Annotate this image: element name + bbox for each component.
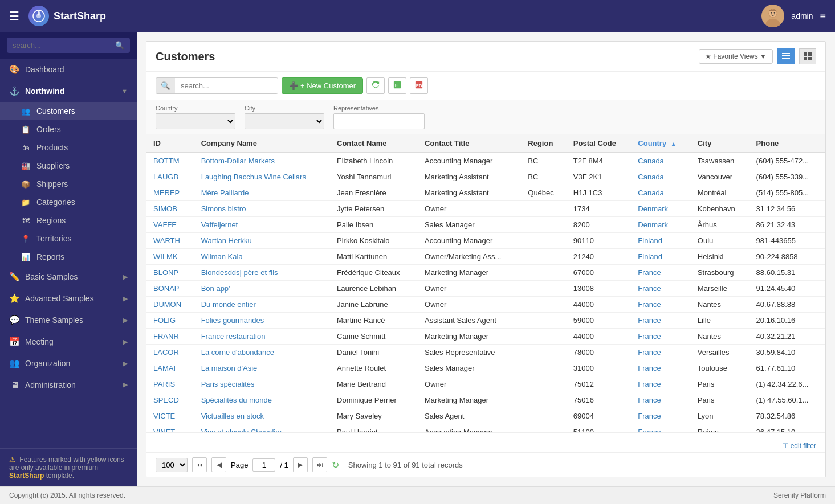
refresh-button[interactable] [366, 77, 385, 94]
col-header-phone[interactable]: Phone [750, 134, 825, 153]
customer-id-link[interactable]: FOLIG [153, 316, 176, 325]
export-pdf-button[interactable]: PDF [410, 77, 428, 94]
search-input[interactable] [175, 78, 278, 93]
company-link[interactable]: Vins et alcools Chevalier [201, 428, 282, 432]
customer-id-link[interactable]: BOTTM [153, 157, 180, 165]
hamburger-menu-icon[interactable]: ☰ [9, 9, 19, 23]
sidebar-item-northwind[interactable]: ⚓ Northwind ▼ [0, 80, 137, 102]
filter-icon: ⊤ [783, 442, 788, 450]
next-page-button[interactable]: ▶ [293, 457, 308, 472]
customer-id-link[interactable]: BLONP [153, 268, 178, 277]
company-link[interactable]: Spécialités du monde [201, 396, 272, 404]
customer-id-link[interactable]: LACOR [153, 348, 179, 357]
cell-title: Marketing Manager [418, 265, 521, 281]
prev-page-button[interactable]: ◀ [211, 457, 226, 472]
company-link[interactable]: Victuailles en stock [201, 412, 264, 420]
page-number-input[interactable] [252, 458, 275, 472]
cell-title: Accounting Manager [418, 153, 521, 169]
sidebar-item-advanced-samples[interactable]: ⭐ Advanced Samples ▶ [0, 288, 137, 309]
customer-id-link[interactable]: WILMK [153, 252, 178, 261]
company-link[interactable]: France restauration [201, 332, 266, 341]
sidebar-item-organization[interactable]: 👥 Organization ▶ [0, 353, 137, 374]
company-link[interactable]: La corne d'abondance [201, 348, 274, 357]
last-page-button[interactable]: ⏭ [312, 457, 327, 472]
data-table-wrapper[interactable]: ID Company Name Contact Name Contact Tit… [146, 134, 825, 432]
cell-city: Vancouver [691, 169, 750, 185]
customer-id-link[interactable]: MEREP [153, 189, 180, 197]
svg-rect-11 [782, 60, 790, 60]
customer-id-link[interactable]: LAMAI [153, 364, 176, 372]
export-excel-button[interactable]: E [388, 77, 406, 94]
sidebar-item-administration[interactable]: 🖥 Administration ▶ [0, 374, 137, 395]
company-link[interactable]: Bottom-Dollar Markets [201, 157, 275, 165]
sidebar-item-products[interactable]: 🛍 Products [0, 138, 137, 157]
page-size-select[interactable]: 100 50 25 [156, 458, 188, 472]
sidebar-item-dashboard[interactable]: 🎨 Dashboard [0, 59, 137, 80]
city-filter-select[interactable] [245, 113, 324, 129]
favorite-views-button[interactable]: ★ Favorite Views ▼ [699, 49, 773, 64]
horizontal-scrollbar[interactable] [146, 432, 825, 439]
company-link[interactable]: Folies gourmandes [201, 316, 264, 325]
company-link[interactable]: Simons bistro [201, 204, 246, 213]
refresh-records-icon[interactable]: ↻ [332, 460, 339, 470]
sidebar-item-meeting[interactable]: 📅 Meeting ▶ [0, 331, 137, 353]
edit-filter-button[interactable]: ⊤ edit filter [783, 442, 816, 450]
col-header-contact[interactable]: Contact Name [330, 134, 418, 153]
settings-icon[interactable]: ≡ [820, 10, 826, 22]
new-customer-button[interactable]: ➕ + New Customer [282, 77, 363, 94]
sidebar-item-customers[interactable]: 👥 Customers [0, 102, 137, 120]
representatives-filter-input[interactable] [333, 113, 425, 129]
cell-country: France [631, 329, 691, 345]
sidebar-item-shippers[interactable]: 📦 Shippers [0, 175, 137, 193]
sidebar-item-regions[interactable]: 🗺 Regions [0, 211, 137, 230]
customer-id-link[interactable]: VICTE [153, 412, 175, 420]
company-link[interactable]: Wartian Herkku [201, 236, 252, 245]
company-link[interactable]: Vaffeljernet [201, 220, 238, 229]
sidebar-item-reports[interactable]: 📊 Reports [0, 248, 137, 266]
customer-id-link[interactable]: BONAP [153, 284, 180, 293]
customer-id-link[interactable]: VAFFE [153, 220, 177, 229]
sidebar-item-suppliers[interactable]: 🏭 Suppliers [0, 157, 137, 175]
col-header-postal[interactable]: Postal Code [567, 134, 631, 153]
first-page-button[interactable]: ⏮ [192, 457, 207, 472]
sidebar-sub-label: Suppliers [36, 161, 70, 170]
company-link[interactable]: La maison d'Asie [201, 364, 258, 372]
company-link[interactable]: Wilman Kala [201, 252, 243, 261]
col-header-title[interactable]: Contact Title [418, 134, 521, 153]
company-link[interactable]: Blondesdds| père et fils [201, 268, 278, 277]
grid-view-button[interactable] [799, 48, 816, 64]
company-link[interactable]: Du monde entier [201, 300, 256, 309]
sidebar-sub-label: Orders [36, 125, 61, 134]
sidebar-search-input[interactable] [13, 41, 115, 50]
col-header-company[interactable]: Company Name [194, 134, 330, 153]
col-header-id[interactable]: ID [146, 134, 194, 153]
customer-id-link[interactable]: SIMOB [153, 204, 177, 213]
company-link[interactable]: Bon app' [201, 284, 230, 293]
cell-region [521, 376, 567, 392]
cell-contact: Dominique Perrier [330, 392, 418, 408]
sidebar-item-theme-samples[interactable]: 💬 Theme Samples ▶ [0, 309, 137, 331]
cell-phone: (514) 555-805... [750, 185, 825, 201]
sidebar-item-territories[interactable]: 📍 Territories [0, 230, 137, 248]
customer-id-link[interactable]: SPECD [153, 396, 179, 404]
cell-city: Montréal [691, 185, 750, 201]
country-filter-select[interactable] [156, 113, 235, 129]
customer-id-link[interactable]: FRANR [153, 332, 179, 341]
company-link[interactable]: Paris spécialités [201, 380, 255, 388]
list-view-button[interactable] [777, 48, 795, 64]
sidebar-item-orders[interactable]: 📋 Orders [0, 120, 137, 138]
customer-id-link[interactable]: VINET [153, 428, 175, 432]
sidebar-item-categories[interactable]: 📁 Categories [0, 193, 137, 211]
company-link[interactable]: Laughing Bacchus Wine Cellars [201, 173, 306, 181]
col-header-country[interactable]: Country ▲ [631, 134, 691, 153]
col-header-region[interactable]: Region [521, 134, 567, 153]
company-link[interactable]: Mère Paillarde [201, 189, 249, 197]
search-button[interactable]: 🔍 [156, 78, 175, 93]
customer-id-link[interactable]: PARIS [153, 380, 175, 388]
customer-id-link[interactable]: WARTH [153, 236, 180, 245]
customer-id-link[interactable]: LAUGB [153, 173, 178, 181]
customer-id-link[interactable]: DUMON [153, 300, 181, 309]
startsharp-link[interactable]: StartSharp [9, 472, 44, 480]
sidebar-item-basic-samples[interactable]: ✏️ Basic Samples ▶ [0, 266, 137, 288]
col-header-city[interactable]: City [691, 134, 750, 153]
